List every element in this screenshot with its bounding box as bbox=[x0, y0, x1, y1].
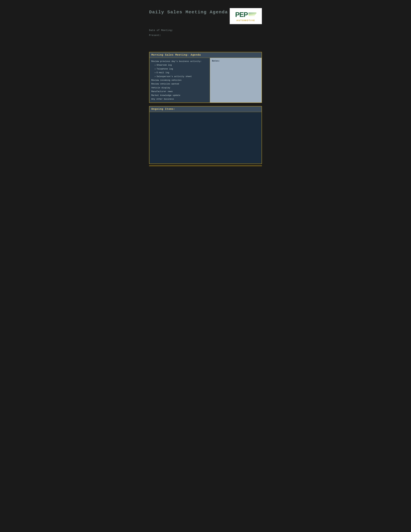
morning-section-header: Morning Sales Meeting: Agenda bbox=[149, 52, 262, 58]
morning-section-header-text: Morning Sales Meeting: Agenda bbox=[151, 54, 201, 57]
ongoing-section-header-text: Ongoing Items: bbox=[151, 108, 175, 111]
bullet-icon: » bbox=[155, 64, 156, 66]
agenda-list: Review previous day's business activity:… bbox=[149, 58, 210, 103]
logo-automotive-text: AUTOMOTIVE bbox=[236, 19, 255, 22]
sub-item-telephone-text: Telephone log bbox=[157, 67, 173, 71]
sub-item-telephone: » Telephone log bbox=[151, 67, 208, 71]
sub-item-salesperson-text: Salesperson's activity sheet bbox=[157, 75, 192, 78]
morning-sales-meeting-section: Morning Sales Meeting: Agenda Review pre… bbox=[149, 52, 262, 103]
notes-panel: Notes: bbox=[210, 58, 262, 103]
notes-label: Notes: bbox=[212, 60, 220, 62]
morning-section-body: Review previous day's business activity:… bbox=[149, 58, 262, 103]
present-label: Present: bbox=[149, 34, 262, 37]
page-title: Daily Sales Meeting Agenda bbox=[149, 10, 228, 15]
ongoing-section-body bbox=[149, 112, 262, 164]
wave-1-icon bbox=[248, 13, 256, 13]
sub-item-salesperson: » Salesperson's activity sheet bbox=[151, 75, 208, 78]
wave-3-icon bbox=[248, 15, 255, 16]
wave-2-icon bbox=[248, 14, 256, 15]
spacer bbox=[149, 39, 262, 52]
page: Daily Sales Meeting Agenda PEP AUTOMOTIV… bbox=[143, 3, 268, 171]
ongoing-items-section: Ongoing Items: bbox=[149, 106, 262, 164]
any-other-business-item: Any other business bbox=[151, 97, 208, 101]
meta-section: Date of Meeting: Present: bbox=[149, 29, 262, 37]
market-knowledge-item: Market knowledge update bbox=[151, 94, 208, 97]
review-previous-label: Review previous day's business activity: bbox=[151, 59, 208, 63]
bullet-icon: » bbox=[155, 72, 156, 74]
logo-container: PEP AUTOMOTIVE bbox=[230, 8, 262, 24]
vehicle-display-item: Vehicle display bbox=[151, 86, 208, 90]
logo-pep-text: PEP bbox=[235, 11, 248, 19]
review-incoming-item: Review incoming vehicles bbox=[151, 78, 208, 82]
manufacturer-news-item: Manufacturer news bbox=[151, 90, 208, 93]
bullet-icon: » bbox=[155, 68, 156, 70]
sub-item-email: » E-mail log bbox=[151, 71, 208, 75]
bullet-icon: » bbox=[155, 76, 156, 77]
logo-waves bbox=[248, 13, 256, 16]
header: Daily Sales Meeting Agenda PEP AUTOMOTIV… bbox=[149, 8, 262, 24]
date-label: Date of Meeting: bbox=[149, 29, 262, 32]
logo-pep: PEP bbox=[235, 11, 256, 19]
bottom-border bbox=[149, 166, 262, 166]
sub-item-showroom: » Showroom log bbox=[151, 63, 208, 67]
review-vehicles-wanted-item: Review vehicles wanted bbox=[151, 82, 208, 86]
ongoing-section-header: Ongoing Items: bbox=[149, 106, 262, 112]
sub-item-email-text: E-mail log bbox=[157, 71, 169, 75]
sub-item-showroom-text: Showroom log bbox=[157, 63, 172, 67]
